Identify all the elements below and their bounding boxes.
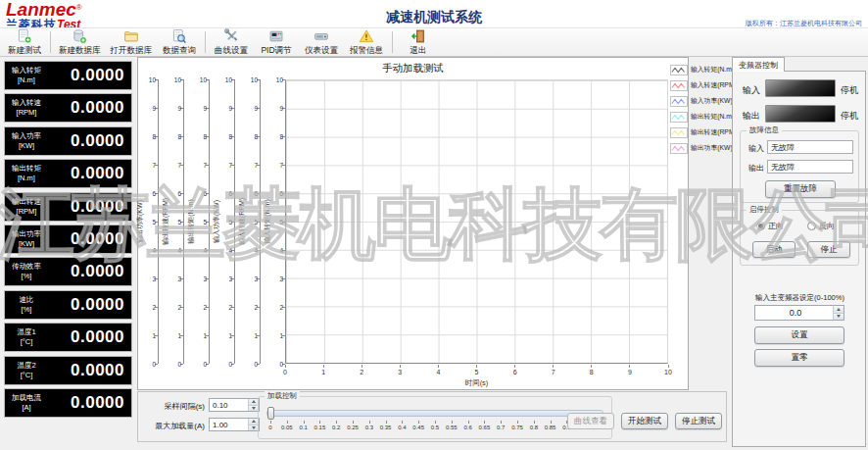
readout-efficiency: 传动效率[%]0.0000: [4, 257, 132, 286]
spin-down-icon[interactable]: [834, 313, 844, 321]
stop-test-button[interactable]: 停止测试: [675, 413, 722, 429]
toolbar-button-new-test[interactable]: 新建测试: [2, 28, 47, 56]
sample-interval-value[interactable]: [210, 399, 248, 411]
x-tick-mark: [553, 365, 554, 368]
sample-interval-label: 采样间隔(s): [142, 401, 205, 412]
x-tick-mark: [362, 365, 362, 368]
legend-label: 输出转矩(N.m): [691, 112, 734, 122]
legend-item: 输出转矩(N.m): [670, 109, 735, 125]
legend-line-icon: [670, 65, 688, 75]
toolbar-button-label: 新建测试: [8, 45, 41, 57]
toolbar-divider: [205, 31, 206, 53]
set-button[interactable]: 设置: [754, 326, 844, 344]
x-tick-label: 5: [466, 369, 488, 375]
readout-name: 加载电流: [5, 393, 48, 403]
toolbar-button-curve-settings[interactable]: 曲线设置: [209, 28, 254, 56]
toolbar-button-label: 退出: [410, 45, 427, 57]
legend-item: 输入转矩(N.m): [670, 62, 735, 77]
toolbar-button-label: 数据查询: [163, 45, 196, 57]
chart-panel: 手动加载测试 012345678910输出功率(KW)012345678910输…: [137, 57, 689, 390]
data-query-icon: [171, 28, 187, 44]
x-tick-label: 9: [619, 369, 641, 375]
x-tick-mark: [438, 365, 439, 368]
x-tick-mark: [668, 365, 669, 368]
zero-button[interactable]: 置零: [754, 349, 844, 367]
toolbar-button-pid-tuning[interactable]: PID调节: [254, 28, 299, 56]
readout-temperature-1: 温度1[°C]0.0000: [4, 323, 132, 352]
load-slider-track[interactable]: [266, 410, 603, 417]
slider-tick-mark: [517, 421, 518, 424]
max-load-value[interactable]: [210, 419, 248, 430]
legend-item: 输入功率(KW): [670, 93, 735, 109]
toolbar-button-exit[interactable]: 退出: [396, 28, 441, 56]
curve-view-button[interactable]: 曲线查看: [567, 413, 614, 429]
load-control-group: 加载控制 00.050.10.150.20.250.30.350.40.450.…: [258, 396, 612, 439]
reset-fault-button[interactable]: 重置故障: [765, 180, 836, 198]
exit-icon: [410, 28, 426, 44]
load-slider-thumb[interactable]: [267, 407, 274, 420]
pid-tuning-icon: [268, 28, 284, 44]
setpoint-label: 输入主变频器设定(0-100%): [733, 293, 867, 303]
stop-button[interactable]: 停止: [807, 241, 850, 258]
slider-tick-mark: [336, 421, 337, 424]
x-tick-mark: [514, 365, 515, 368]
open-database-icon: [123, 28, 139, 44]
setpoint-spinner[interactable]: [833, 306, 844, 320]
start-button[interactable]: 启动: [752, 241, 796, 258]
x-tick-mark: [400, 365, 401, 368]
toolbar-button-instrument-settings[interactable]: 仪表设置: [299, 28, 344, 56]
x-tick-label: 7: [543, 369, 564, 375]
sample-interval-input[interactable]: [209, 398, 260, 412]
readout-name: 传动效率: [5, 262, 48, 272]
curve-settings-icon: [223, 28, 239, 44]
readout-unit: [%]: [5, 305, 48, 315]
tab-inverter-control[interactable]: 变频器控制: [732, 57, 785, 72]
fault-input-field[interactable]: [767, 140, 853, 154]
slider-tick-mark: [435, 421, 436, 424]
fault-input-label: 输入: [748, 143, 764, 154]
readout-unit: [KW]: [5, 141, 48, 151]
legend-label: 输入功率(KW): [691, 96, 733, 106]
readout-value: 0.0000: [48, 98, 131, 118]
reverse-radio[interactable]: 反向: [807, 221, 835, 231]
legend-line-icon: [670, 127, 688, 138]
readout-load-current: 加载电流[A]0.0000: [4, 388, 132, 418]
readout-label: 输出转速[RPM]: [5, 197, 48, 217]
readout-label: 温度1[°C]: [5, 327, 48, 347]
readout-value: 0.0000: [48, 66, 131, 85]
registered-mark: ®: [76, 3, 82, 12]
reverse-radio-label: 反向: [819, 221, 835, 231]
reverse-radio-dot: [807, 222, 816, 230]
readout-label: 传动效率[%]: [5, 262, 48, 281]
toolbar-divider: [392, 31, 393, 53]
x-tick-mark: [591, 365, 592, 368]
slider-tick-mark: [402, 421, 403, 424]
instrument-settings-icon: [313, 28, 329, 44]
header: Lanmec® 兰菱科技Test 减速机测试系统 版权所有：江苏兰菱机电科技有限…: [0, 0, 868, 27]
forward-radio[interactable]: 正向: [756, 221, 784, 231]
new-database-icon: [72, 28, 87, 44]
setpoint-input[interactable]: [754, 305, 844, 321]
toolbar-button-open-database[interactable]: 打开数据库: [106, 28, 158, 56]
toolbar-button-alarm-info[interactable]: 报警信息: [344, 28, 389, 56]
load-control-group-title: 加载控制: [265, 391, 300, 401]
start-test-button[interactable]: 开始测试: [621, 413, 668, 429]
fault-output-field[interactable]: [767, 160, 853, 174]
slider-tick-mark: [270, 421, 271, 424]
new-test-icon: [17, 28, 32, 44]
readout-value: 0.0000: [48, 197, 131, 217]
toolbar-button-label: PID调节: [261, 45, 291, 57]
slider-tick-mark: [287, 421, 288, 424]
max-load-input[interactable]: [209, 418, 260, 431]
x-tick-mark: [629, 365, 630, 368]
x-tick-label: 6: [505, 369, 526, 375]
toolbar-button-new-database[interactable]: 新建数据库: [54, 28, 106, 56]
legend-label: 输出转速(RPM): [691, 127, 737, 137]
legend-item: 输出转速(RPM): [670, 125, 735, 140]
toolbar-button-data-query[interactable]: 数据查询: [157, 28, 202, 56]
slider-tick-mark: [468, 421, 469, 424]
readout-unit: [N.m]: [5, 75, 48, 85]
readout-unit: [A]: [5, 403, 48, 413]
setpoint-value[interactable]: [755, 306, 833, 320]
run-control-group: 启停控制 正向 反向 启动 停止: [740, 210, 859, 266]
